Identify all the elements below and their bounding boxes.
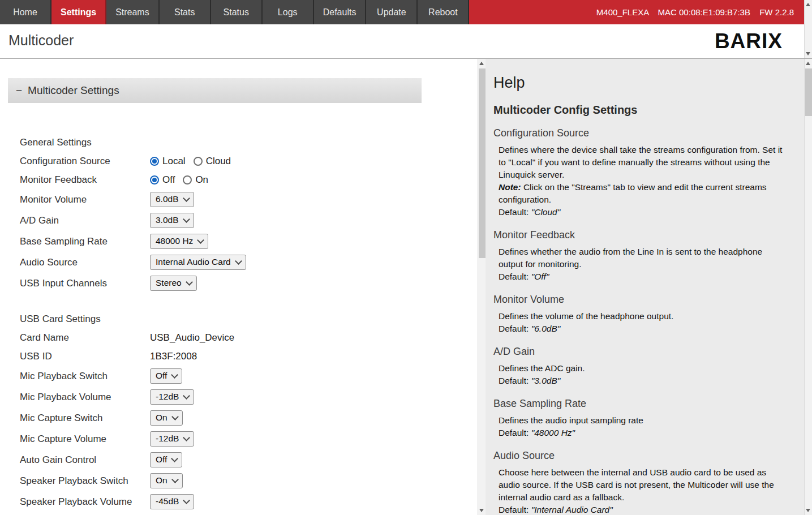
settings-form: General SettingsConfiguration SourceLoca… <box>20 133 486 512</box>
tab-status[interactable]: Status <box>211 0 263 24</box>
collapse-icon[interactable]: − <box>16 84 22 97</box>
row-usb-input-channels: USB Input ChannelsStereo <box>20 273 486 294</box>
monitor-volume-value: 6.0dB <box>156 194 179 204</box>
help-section-base-sampling-rate: Base Sampling RateDefines the audio inpu… <box>493 398 789 439</box>
radio-unselected-icon <box>194 157 203 166</box>
row-speaker-playback-switch: Speaker Playback SwitchOn <box>20 470 486 491</box>
speaker-playback-switch-value: On <box>156 475 167 486</box>
mic-playback-volume-select[interactable]: -12dB <box>150 389 194 405</box>
row-audio-source: Audio SourceInternal Audio Card <box>20 252 486 273</box>
help-section-body: Defines the audio input sampling rateDef… <box>499 414 789 439</box>
help-section-a-d-gain: A/D GainDefines the ADC gain.Default: "3… <box>493 346 789 387</box>
mic-playback-switch-select[interactable]: Off <box>150 368 182 384</box>
row-mic-playback-volume: Mic Playback Volume-12dB <box>20 387 486 407</box>
scroll-down-arrow-icon[interactable] <box>805 49 812 58</box>
configuration-source-radio-cloud[interactable]: Cloud <box>194 156 231 167</box>
mic-capture-switch-value: On <box>156 413 167 423</box>
tab-streams[interactable]: Streams <box>106 0 160 24</box>
help-paragraph: Defines the ADC gain. <box>499 362 789 375</box>
tab-update[interactable]: Update <box>366 0 418 24</box>
usb-input-channels-select[interactable]: Stereo <box>150 276 197 291</box>
help-note: Note: Click on the "Streams" tab to view… <box>499 181 789 206</box>
default-line: Default: "Internal Audio Card" <box>499 504 789 515</box>
speaker-playback-volume-select[interactable]: -45dB <box>150 494 194 509</box>
settings-scrollbar[interactable] <box>478 59 486 515</box>
monitor-feedback-heading: Monitor Feedback <box>493 229 789 241</box>
default-value: "6.0dB" <box>531 324 561 333</box>
settings-frame: − Multicoder Settings General SettingsCo… <box>0 59 486 515</box>
help-paragraph: Defines the audio input sampling rate <box>499 414 789 427</box>
auto-gain-control-select[interactable]: Off <box>150 452 182 467</box>
tab-stats[interactable]: Stats <box>160 0 211 24</box>
tab-defaults[interactable]: Defaults <box>314 0 367 24</box>
scroll-down-arrow-icon[interactable] <box>478 506 486 514</box>
monitor-volume-heading: Monitor Volume <box>493 294 789 306</box>
tab-settings[interactable]: Settings <box>51 0 106 24</box>
auto-gain-control-value: Off <box>156 454 167 465</box>
default-value: "3.0dB" <box>531 376 561 385</box>
help-section-audio-source: Audio SourceChoose here between the inte… <box>493 450 789 515</box>
default-label: Default: <box>499 376 529 385</box>
chevron-down-icon <box>183 195 190 202</box>
tab-reboot[interactable]: Reboot <box>418 0 469 24</box>
scroll-up-arrow-icon[interactable] <box>805 1 812 9</box>
help-section-body: Defines the volume of the headphone outp… <box>499 310 789 335</box>
chevron-down-icon <box>171 413 179 420</box>
mic-capture-volume-value: -12dB <box>156 434 179 444</box>
default-value: "Cloud" <box>531 207 561 217</box>
multicoder-settings-section-header[interactable]: − Multicoder Settings <box>8 78 422 103</box>
card-name-value: USB_Audio_Device <box>150 332 234 344</box>
device-name: M400_FLEXA <box>596 7 649 17</box>
page-title: Multicoder <box>8 32 74 49</box>
device-info: M400_FLEXA MAC 00:08:E1:09:B7:3B FW 2.2.… <box>590 7 804 17</box>
monitor-feedback-option-label: Off <box>162 174 175 186</box>
row-base-sampling-rate: Base Sampling Rate48000 Hz <box>20 231 486 252</box>
default-line: Default: "48000 Hz" <box>499 427 789 439</box>
top-frame-scrollbar[interactable] <box>804 0 812 58</box>
note-label: Note: <box>499 182 521 192</box>
help-paragraph: Choose here between the internal and USB… <box>499 466 789 504</box>
row-mic-playback-switch: Mic Playback SwitchOff <box>20 366 486 387</box>
default-label: Default: <box>499 272 529 281</box>
device-firmware: FW 2.2.8 <box>759 7 794 17</box>
configuration-source-radio-group: LocalCloud <box>150 156 231 167</box>
scrollbar-thumb[interactable] <box>479 68 486 258</box>
row-usb-id: USB ID1B3F:2008 <box>20 347 486 366</box>
tab-home[interactable]: Home <box>0 0 51 24</box>
usb-input-channels-label: USB Input Channels <box>20 278 150 289</box>
mic-capture-switch-select[interactable]: On <box>150 410 183 426</box>
chevron-down-icon <box>235 258 242 265</box>
mic-playback-switch-value: Off <box>156 371 167 381</box>
monitor-feedback-option-label: On <box>195 174 208 186</box>
mic-capture-volume-select[interactable]: -12dB <box>150 431 194 447</box>
scrollbar-thumb[interactable] <box>805 68 812 116</box>
section-title: Multicoder Settings <box>28 84 119 97</box>
monitor-feedback-label: Monitor Feedback <box>20 174 150 186</box>
nav-tabs: HomeSettingsStreamsStatsStatusLogsDefaul… <box>0 0 469 24</box>
radio-dot <box>152 178 157 182</box>
top-frame: HomeSettingsStreamsStatsStatusLogsDefaul… <box>0 0 812 59</box>
configuration-source-radio-local[interactable]: Local <box>150 156 186 167</box>
row-mic-capture-switch: Mic Capture SwitchOn <box>20 407 486 428</box>
scroll-up-arrow-icon[interactable] <box>805 59 812 68</box>
help-scrollbar[interactable] <box>804 59 812 515</box>
scroll-down-arrow-icon[interactable] <box>805 506 812 514</box>
mic-playback-volume-label: Mic Playback Volume <box>20 392 150 403</box>
monitor-feedback-radio-on[interactable]: On <box>183 174 208 186</box>
chevron-down-icon <box>171 455 179 462</box>
speaker-playback-switch-select[interactable]: On <box>150 473 183 488</box>
help-frame: Help Multicoder Config Settings Configur… <box>486 59 812 515</box>
audio-source-select[interactable]: Internal Audio Card <box>150 255 246 270</box>
scroll-up-arrow-icon[interactable] <box>478 59 486 68</box>
default-line: Default: "Off" <box>499 271 789 283</box>
monitor-volume-select[interactable]: 6.0dB <box>150 192 194 207</box>
base-sampling-rate-select[interactable]: 48000 Hz <box>150 234 208 249</box>
default-value: "Internal Audio Card" <box>531 505 613 514</box>
configuration-source-option-label: Cloud <box>206 156 231 167</box>
monitor-feedback-radio-off[interactable]: Off <box>150 174 175 186</box>
row-configuration-source: Configuration SourceLocalCloud <box>20 152 486 170</box>
a-d-gain-select[interactable]: 3.0dB <box>150 213 194 228</box>
tab-logs[interactable]: Logs <box>263 0 314 24</box>
a-d-gain-heading: A/D Gain <box>493 346 789 358</box>
chevron-down-icon <box>171 371 179 379</box>
